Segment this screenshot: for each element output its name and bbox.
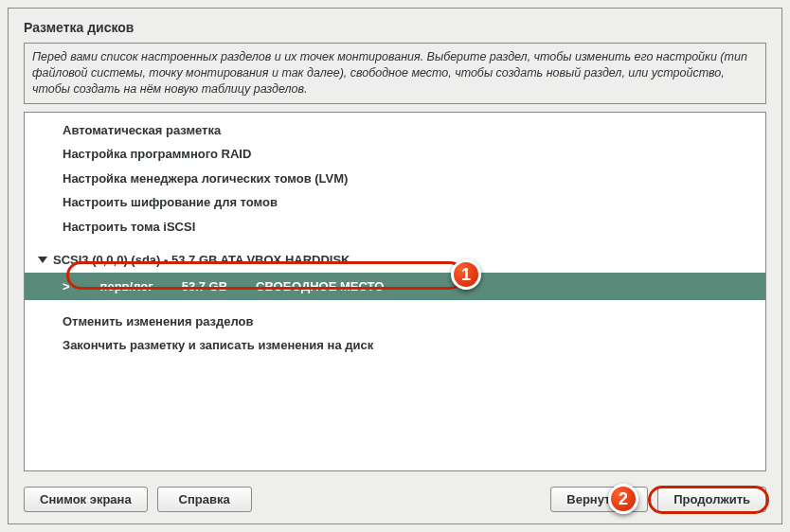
partition-size: 53.7 GB [182,279,227,293]
menu-raid[interactable]: Настройка программного RAID [25,142,765,167]
partition-type: перв/лог [100,279,153,293]
selection-arrow: > [63,279,70,293]
spacer [25,300,765,310]
continue-button[interactable]: Продолжить [657,487,766,512]
disk-header[interactable]: SCSI3 (0,0,0) (sda) - 53.7 GB ATA VBOX H… [25,248,765,273]
screenshot-button[interactable]: Снимок экрана [24,487,148,512]
action-undo[interactable]: Отменить изменения разделов [25,310,765,334]
description-text: Перед вами список настроенных разделов и… [24,43,766,104]
spacer [261,487,542,512]
action-finish[interactable]: Закончить разметку и записать изменения … [25,333,765,358]
expand-icon [38,257,47,263]
help-button[interactable]: Справка [157,487,252,512]
partition-label: СВОБОДНОЕ МЕСТО [256,279,384,293]
back-button[interactable]: Вернуться [550,487,648,512]
menu-lvm[interactable]: Настройка менеджера логических томов (LV… [25,167,765,191]
disk-label: SCSI3 (0,0,0) (sda) - 53.7 GB ATA VBOX H… [53,251,350,270]
menu-encrypt[interactable]: Настроить шифрование для томов [25,190,765,215]
partition-window: Разметка дисков Перед вами список настро… [8,8,782,524]
menu-guided[interactable]: Автоматическая разметка [25,118,765,143]
spacer [25,239,765,248]
window-title: Разметка дисков [9,9,781,43]
partition-list: Автоматическая разметка Настройка програ… [24,112,766,471]
menu-iscsi[interactable]: Настроить тома iSCSI [25,215,765,239]
partition-free-space[interactable]: > перв/лог 53.7 GB СВОБОДНОЕ МЕСТО [25,273,765,300]
button-bar: Снимок экрана Справка Вернуться Продолжи… [9,479,781,523]
